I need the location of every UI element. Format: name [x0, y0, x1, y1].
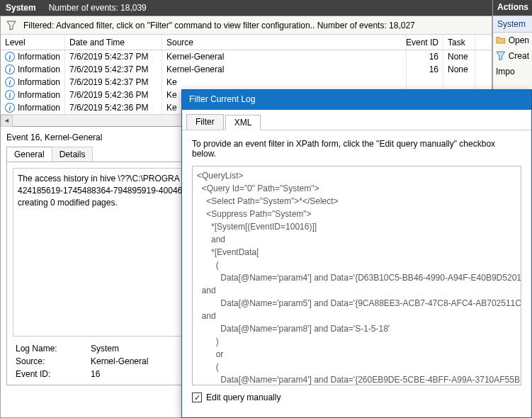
filter-text: Filtered: Advanced filter, click on "Fil… — [23, 21, 415, 30]
dialog-title: Filter Current Log — [182, 90, 531, 110]
action-create-filter[interactable]: Creat — [493, 48, 532, 64]
xml-query-box[interactable]: <QueryList> <Query Id="0" Path="System">… — [192, 166, 521, 385]
checkbox-label: Edit query manually — [206, 392, 281, 402]
funnel-icon — [6, 21, 16, 30]
info-icon: i — [5, 77, 15, 87]
col-level[interactable]: Level — [1, 35, 65, 50]
dialog-instruction: To provide an event filter in XPath form… — [192, 139, 521, 159]
tab-details[interactable]: Details — [52, 147, 94, 162]
action-label: Creat — [509, 51, 529, 61]
funnel-icon — [496, 51, 506, 61]
col-event-id[interactable]: Event ID — [407, 35, 443, 50]
action-open[interactable]: Open — [493, 33, 532, 48]
event-count: Number of events: 18,039 — [49, 3, 147, 13]
action-label: Impo — [496, 67, 515, 77]
checkbox-icon[interactable]: ✓ — [192, 392, 202, 402]
folder-open-icon — [496, 35, 506, 45]
tab-general[interactable]: General — [6, 147, 52, 162]
filter-log-dialog: Filter Current Log Filter XML To provide… — [181, 89, 532, 418]
table-row[interactable]: iInformation 7/6/2019 5:42:37 PM Kernel-… — [1, 63, 492, 76]
table-row[interactable]: iInformation 7/6/2019 5:42:37 PM Ke — [1, 76, 492, 89]
edit-manually-row[interactable]: ✓ Edit query manually — [192, 392, 521, 402]
filter-info-bar: Filtered: Advanced filter, click on "Fil… — [1, 16, 492, 35]
actions-header: Actions — [493, 0, 532, 16]
scroll-left-arrow[interactable]: ◄ — [1, 115, 13, 127]
col-datetime[interactable]: Date and Time — [65, 35, 162, 50]
tab-filter[interactable]: Filter — [186, 114, 224, 130]
title-bar: System Number of events: 18,039 — [0, 0, 532, 16]
info-icon: i — [5, 64, 15, 74]
info-icon: i — [5, 52, 15, 62]
log-name: System — [6, 3, 36, 13]
tab-xml[interactable]: XML — [225, 115, 261, 130]
action-label: Open — [509, 35, 529, 45]
col-task[interactable]: Task — [443, 35, 475, 50]
dialog-tabs: Filter XML — [182, 110, 531, 130]
table-row[interactable]: iInformation 7/6/2019 5:42:37 PM Kernel-… — [1, 50, 492, 63]
action-import[interactable]: Impo — [493, 64, 532, 79]
actions-group[interactable]: System — [493, 16, 532, 33]
info-icon: i — [5, 90, 15, 100]
info-icon: i — [5, 103, 15, 113]
grid-header: Level Date and Time Source Event ID Task — [1, 35, 492, 50]
dialog-body: To provide an event filter in XPath form… — [182, 130, 531, 411]
col-source[interactable]: Source — [162, 35, 407, 50]
